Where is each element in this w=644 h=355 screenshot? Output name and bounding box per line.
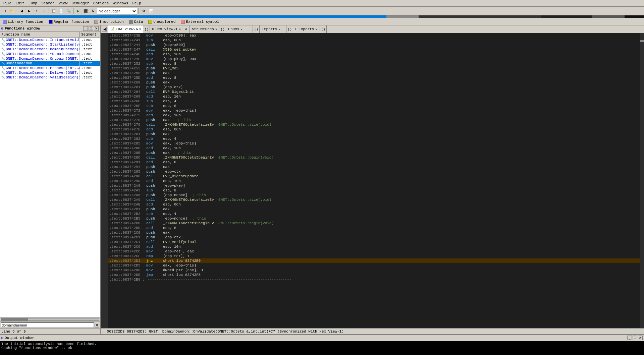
nav-back[interactable]: ◀ [102, 27, 107, 32]
menu-help[interactable]: Help [130, 1, 143, 6]
func-search-close[interactable]: ✕ [95, 323, 99, 328]
func-row-7[interactable]: 🔧GNET::DomainDaemon::Deliver(GNET::Domai… [0, 70, 100, 75]
gutter-line [101, 127, 108, 132]
tab-imports[interactable]: Imports ✕ [260, 25, 286, 33]
func-row-1[interactable]: 🔧GNET::DomainDaemon::StartListen(void) .… [0, 42, 100, 47]
tab-ida-view[interactable]: 📝 IDA View-A ✕ [108, 25, 143, 33]
legend-data-label: Data [134, 20, 143, 24]
tab-hex-close[interactable]: ✕ [179, 27, 180, 31]
func-row-4[interactable]: 🔧GNET::DomainDaemon::OnLogin(GNET::Octet… [0, 56, 100, 61]
func-scroll-track[interactable] [1, 318, 99, 321]
code-line-32: .text:083742A0 push [ebp+pkey] [108, 183, 640, 188]
code-line-39: .text:083742B5 push [ebp+nonce] ; this [108, 216, 640, 221]
code-line-41: .text:083742BD add esp, 8 [108, 226, 640, 230]
code-view[interactable]: .text:0837423E mov [ebp+x509], eax .text… [108, 33, 640, 328]
output-maximize[interactable]: □ [633, 336, 637, 340]
tab-ida-label: IDA View-A [116, 27, 138, 31]
toolbar-back[interactable]: ◀ [18, 8, 25, 14]
code-scrollbar[interactable] [640, 33, 644, 328]
menu-options[interactable]: Options [91, 1, 111, 6]
toolbar-step[interactable]: ↳ [90, 8, 96, 14]
toolbar-new[interactable]: 🗋 [1, 8, 8, 14]
imports-arrows[interactable]: ⟨⟩ [286, 25, 293, 33]
legend-external-label: External symbol [186, 20, 219, 24]
toolbar-copy[interactable]: 📋 [50, 8, 57, 14]
func-search-input[interactable] [1, 322, 94, 328]
toolbar-stop[interactable]: ⬛ [82, 8, 89, 14]
menu-search[interactable]: Search [39, 1, 57, 6]
func-search-bar: ✕ [0, 321, 100, 329]
tab-ida-arrows[interactable]: ⟨⟩ [143, 25, 150, 33]
toolbar-extra2[interactable]: 📊 [148, 8, 154, 14]
func-row-3[interactable]: 🔧GNET::DomainDaemon::~DomainDaemon() .te… [0, 52, 100, 56]
toolbar-next[interactable]: ↓ [41, 8, 47, 14]
enums-arrows[interactable]: ⟨⟩ [253, 25, 260, 33]
functions-panel: ⊞ Functions window _ □ ✕ Function name S… [0, 25, 101, 334]
toolbar-open[interactable]: 📂 [9, 8, 15, 14]
tab-structures-label: Structures [192, 27, 214, 31]
tab-structures[interactable]: Structures ✕ [190, 25, 219, 33]
tab-arrow-icon: ⟨⟩ [144, 27, 149, 32]
func-col-seg: Segment [80, 32, 100, 37]
menu-edit[interactable]: Edit [13, 1, 26, 6]
menu-windows[interactable]: Windows [111, 1, 130, 6]
func-row-2[interactable]: 🔧GNET::DomainDaemon::DomainDaemon(void) … [0, 47, 100, 52]
legend-external: External symbol [181, 20, 219, 24]
func-row-8[interactable]: 🔧GNET::DomainDaemon::ValidSession(int,in… [0, 75, 100, 80]
func-name-0: 🔧GNET::DomainDaemon::Instance(void) [0, 38, 80, 42]
tab-structures-close[interactable]: ✕ [215, 27, 217, 31]
toolbar-forward[interactable]: ▶ [26, 8, 33, 14]
tab-enums[interactable]: Enums ✕ [226, 25, 253, 33]
func-name-2: 🔧GNET::DomainDaemon::DomainDaemon(void) [0, 47, 80, 52]
gutter-arrow7: └ [101, 169, 108, 174]
func-name-3: 🔧GNET::DomainDaemon::~DomainDaemon() [0, 52, 80, 56]
legend-instruction: Instruction [94, 20, 124, 24]
output-area: ⊞ Output window _ □ ✕ The initial autoan… [0, 334, 644, 355]
code-line-46: .text:083742CC mov [ebp+ret], eax [108, 249, 640, 254]
toolbar-run[interactable]: ▶ [75, 8, 82, 14]
menu-jump[interactable]: Jump [26, 1, 39, 6]
legend-data-color [129, 20, 133, 24]
func-row-0[interactable]: 🔧GNET::DomainDaemon::Instance(void) .tex… [0, 38, 100, 42]
func-row-5[interactable]: 🔧DomainDaemon .text [0, 61, 100, 66]
panel-close[interactable]: ✕ [94, 26, 99, 31]
tab-exports-label: Exports [299, 27, 314, 31]
toolbar-search[interactable]: 🔍 [65, 8, 72, 14]
code-line-2: .text:08374244 push [ebp+x509] [108, 43, 640, 47]
output-close[interactable]: ✕ [638, 336, 643, 340]
debugger-select[interactable]: No debugger [97, 8, 137, 14]
toolbar-prev[interactable]: ↑ [33, 8, 40, 14]
func-row-6[interactable]: 🔧GNET::DomainDaemon::Process(int,GNET::D… [0, 66, 100, 70]
func-seg-0: .text [80, 38, 100, 42]
menu-file[interactable]: File [1, 1, 13, 6]
toolbar-extra1[interactable]: ⚙ [140, 8, 147, 14]
code-line-6: .text:08374252 sub esp, 8 [108, 61, 640, 66]
menu-debugger[interactable]: Debugger [69, 1, 91, 6]
struct-arrows[interactable]: ⟨⟩ [219, 25, 226, 33]
code-line-20: .text:0837427E add esp, 0Ch [108, 127, 640, 132]
func-scrollbar[interactable] [0, 317, 100, 321]
code-line-44: .text:083742C4 call EVP_VerifyFinal [108, 240, 640, 244]
tab-hex-view[interactable]: H Hex View-1 ✕ [150, 25, 183, 33]
exports-arrows[interactable]: ⟨⟩ [320, 25, 327, 33]
output-content[interactable]: The initial autoanalysis has been finish… [0, 341, 644, 355]
menu-view[interactable]: View [57, 1, 69, 6]
tab-enums-close[interactable]: ✕ [240, 27, 242, 31]
tab-imports-label: Imports [262, 27, 277, 31]
panel-maximize[interactable]: □ [89, 26, 93, 31]
tab-enums-label: Enums [228, 27, 239, 31]
tab-exports-close[interactable]: ✕ [316, 27, 317, 31]
toolbar-paste[interactable]: 📄 [58, 8, 64, 14]
code-line-52: .text:083742E0 ; -----------------------… [108, 277, 640, 282]
output-minimize[interactable]: _ [627, 336, 632, 340]
tab-imports-close[interactable]: ✕ [279, 27, 280, 31]
code-line-14: .text:0837426C sub esp, 4 [108, 99, 640, 104]
status-arrow: ↓ [102, 330, 104, 334]
code-line-19: .text:08374279 call _ZNK4GNET6Octets4siz… [108, 122, 640, 127]
panel-minimize[interactable]: _ [83, 26, 88, 31]
code-line-31: .text:0837429D add esp, 10h [108, 179, 640, 183]
functions-panel-title: Functions window [5, 26, 40, 31]
tab-ida-close[interactable]: ✕ [139, 27, 141, 31]
tab-exports[interactable]: E Exports ✕ [293, 25, 320, 33]
hex-arrows[interactable]: A [183, 25, 190, 33]
